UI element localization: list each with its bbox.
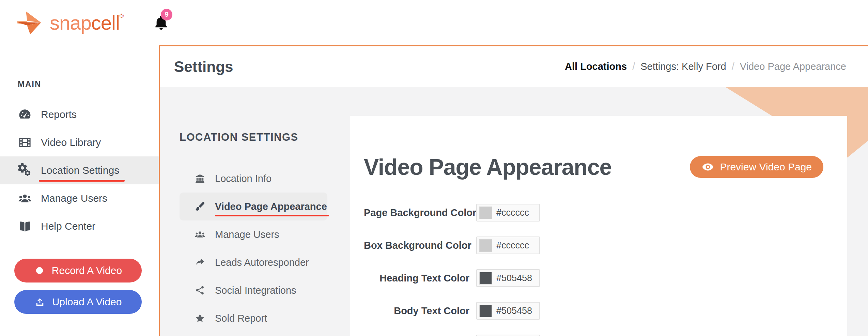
- appearance-fields: Page Background Color #cccccc Box Backgr…: [364, 204, 834, 336]
- content-card: Video Page Appearance Preview Video Page…: [350, 116, 847, 336]
- accent-divider-horizontal: [159, 45, 868, 46]
- breadcrumb-label: Settings: Kelly Ford: [640, 61, 726, 72]
- sidebar-nav: Reports Video Library Location Settings …: [0, 101, 159, 240]
- subnav-item-leads-autoresponder[interactable]: Leads Autoresponder: [180, 248, 327, 276]
- card-header: Video Page Appearance Preview Video Page: [364, 154, 834, 180]
- subnav-title: LOCATION SETTINGS: [180, 131, 327, 143]
- upload-icon: [34, 296, 45, 307]
- gears-icon: [18, 163, 32, 178]
- sidebar-item-label: Manage Users: [41, 193, 107, 204]
- users-icon: [18, 191, 32, 205]
- preview-video-page-button[interactable]: Preview Video Page: [690, 156, 823, 178]
- record-dot-icon: [34, 265, 45, 276]
- sidebar-item-label: Video Library: [41, 137, 101, 148]
- share-icon: [195, 257, 205, 268]
- color-field-label: Body Text Color: [364, 305, 469, 317]
- book-open-icon: [18, 219, 32, 233]
- record-button-label: Record A Video: [52, 265, 122, 276]
- color-swatch[interactable]: [479, 305, 492, 317]
- breadcrumb-label: All Locations: [565, 61, 627, 72]
- logo-text: snapcell®: [50, 11, 123, 34]
- sidebar-section-label: MAIN: [18, 79, 159, 89]
- color-value: #cccccc: [496, 208, 529, 218]
- subnav-item-label: Manage Users: [215, 229, 279, 240]
- settings-title-bar: Settings All Locations / Settings: Kelly…: [160, 46, 868, 87]
- eye-icon: [701, 161, 714, 173]
- color-input[interactable]: #505458: [476, 302, 540, 320]
- subnav-items: Location Info Video Page Appearance Mana…: [180, 165, 327, 332]
- color-field-label: Heading Text Color: [364, 273, 469, 284]
- share-nodes-icon: [195, 285, 205, 296]
- color-value: #505458: [496, 273, 532, 284]
- gauge-icon: [18, 107, 32, 122]
- page-title: Settings: [174, 58, 233, 75]
- subnav-item-label: Leads Autoresponder: [215, 257, 309, 268]
- breadcrumb-separator: /: [732, 61, 734, 72]
- subnav-item-label: Sold Report: [215, 313, 267, 324]
- color-swatch[interactable]: [479, 272, 492, 285]
- subnav-item-label: Video Page Appearance: [215, 201, 327, 212]
- breadcrumb-item-video-page-appearance[interactable]: / Video Page Appearance: [726, 61, 846, 72]
- subnav-item-location-info[interactable]: Location Info: [180, 165, 327, 193]
- color-field-row-page-background-color: Page Background Color #cccccc: [364, 204, 834, 222]
- star-icon: [195, 313, 205, 324]
- sidebar-item-reports[interactable]: Reports: [0, 101, 159, 128]
- breadcrumb-label: Video Page Appearance: [740, 61, 846, 72]
- location-settings-subnav: LOCATION SETTINGS Location Info Video Pa…: [180, 131, 327, 332]
- color-field-row-box-background-color: Box Background Color #cccccc: [364, 236, 834, 254]
- sidebar-item-help-center[interactable]: Help Center: [0, 212, 159, 240]
- top-header: snapcell® 9: [0, 0, 868, 45]
- upload-a-video-button[interactable]: Upload A Video: [14, 290, 142, 314]
- sidebar-item-video-library[interactable]: Video Library: [0, 128, 159, 156]
- subnav-item-manage-users[interactable]: Manage Users: [180, 220, 327, 248]
- subnav-item-video-page-appearance[interactable]: Video Page Appearance: [180, 193, 327, 220]
- sidebar-actions: Record A Video Upload A Video: [14, 259, 142, 314]
- sidebar-item-label: Reports: [41, 109, 77, 120]
- sidebar-item-location-settings[interactable]: Location Settings: [0, 156, 159, 184]
- breadcrumb: All Locations / Settings: Kelly Ford / V…: [565, 61, 846, 72]
- color-swatch[interactable]: [479, 207, 492, 219]
- color-input[interactable]: #cccccc: [476, 236, 540, 254]
- breadcrumb-separator: /: [632, 61, 635, 72]
- logo-text-snap: snap: [50, 11, 91, 34]
- color-field-label: Box Background Color: [364, 240, 469, 251]
- sidebar-item-label: Location Settings: [41, 165, 119, 176]
- notifications-bell-button[interactable]: 9: [153, 14, 170, 32]
- color-field-row-heading-text-color: Heading Text Color #505458: [364, 269, 834, 287]
- accent-divider-vertical: [159, 45, 160, 336]
- color-field-row: [364, 335, 834, 336]
- snapcell-logo[interactable]: snapcell®: [16, 10, 123, 36]
- color-value: #cccccc: [496, 240, 529, 251]
- notification-count-badge: 9: [161, 9, 172, 20]
- breadcrumb-item-all-locations[interactable]: All Locations: [565, 61, 627, 72]
- breadcrumb-item-settings-kelly-ford[interactable]: / Settings: Kelly Ford: [627, 61, 726, 72]
- color-field-row-body-text-color: Body Text Color #505458: [364, 302, 834, 320]
- paper-plane-icon: [16, 10, 42, 36]
- film-icon: [18, 135, 32, 150]
- record-a-video-button[interactable]: Record A Video: [14, 259, 142, 282]
- main-content-area: LOCATION SETTINGS Location Info Video Pa…: [160, 87, 868, 336]
- sidebar-item-label: Help Center: [41, 220, 95, 232]
- subnav-item-sold-report[interactable]: Sold Report: [180, 304, 327, 332]
- color-value: #505458: [496, 306, 532, 316]
- preview-button-label: Preview Video Page: [720, 161, 812, 173]
- content-heading: Video Page Appearance: [364, 154, 611, 180]
- subnav-item-social-integrations[interactable]: Social Integrations: [180, 276, 327, 304]
- color-field-label: Page Background Color: [364, 207, 469, 218]
- main-sidebar: MAIN Reports Video Library Location Sett…: [0, 45, 159, 336]
- logo-text-cell: cell: [91, 11, 120, 34]
- color-swatch[interactable]: [479, 239, 492, 252]
- users-icon: [195, 229, 205, 240]
- color-input[interactable]: #cccccc: [476, 204, 540, 222]
- sidebar-item-manage-users[interactable]: Manage Users: [0, 184, 159, 212]
- color-input[interactable]: #505458: [476, 269, 540, 287]
- subnav-item-label: Location Info: [215, 173, 272, 184]
- subnav-item-label: Social Integrations: [215, 285, 296, 296]
- color-input[interactable]: [476, 335, 540, 336]
- paintbrush-icon: [195, 201, 205, 212]
- bank-icon: [195, 173, 205, 184]
- registered-mark: ®: [120, 13, 124, 19]
- upload-button-label: Upload A Video: [52, 296, 122, 308]
